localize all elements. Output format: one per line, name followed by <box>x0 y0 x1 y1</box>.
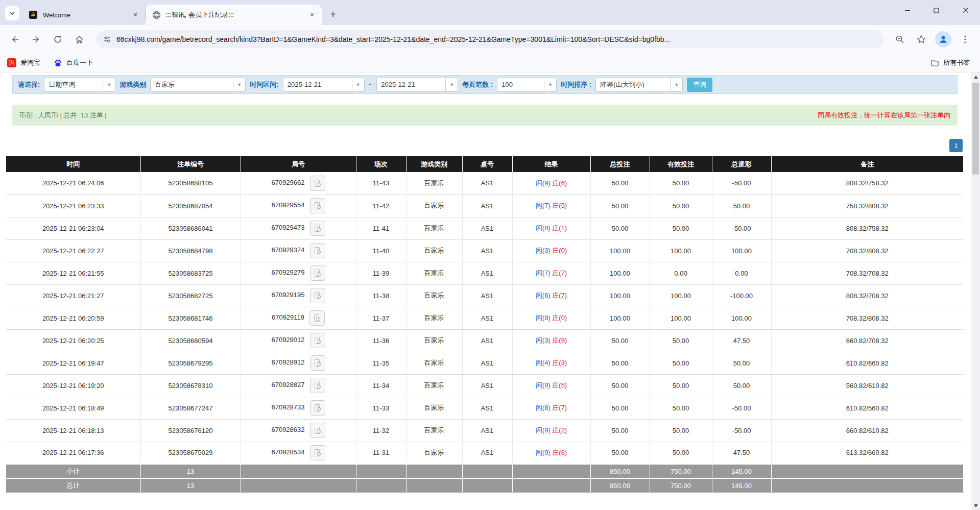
date-end-select[interactable]: 2025-12-21 ▼ <box>376 78 458 92</box>
cell-round-id: 670928632 <box>241 419 356 442</box>
reload-button[interactable] <box>49 31 66 48</box>
bet-records-table: 时间 注单编号 局号 场次 游戏类别 桌号 结果 总投注 有效投注 总派彩 备注… <box>6 156 964 493</box>
video-replay-button[interactable] <box>310 265 325 281</box>
maximize-button[interactable] <box>922 0 951 20</box>
cell-total-bet[interactable]: 50.00 <box>590 329 650 352</box>
browser-menu-button[interactable] <box>957 31 974 48</box>
cell-note: 610.82/660.82 <box>771 352 963 374</box>
cell-total-bet[interactable]: 100.00 <box>590 307 650 329</box>
video-replay-button[interactable] <box>310 423 325 438</box>
query-type-select[interactable]: 日期查询 ▼ <box>44 78 115 92</box>
cell-total-bet[interactable]: 50.00 <box>590 195 650 217</box>
bookmark-baidu[interactable]: 百度一下 <box>54 58 93 67</box>
header-result: 结果 <box>512 156 590 172</box>
date-start-select[interactable]: 2025-12-21 ▼ <box>283 78 365 92</box>
tab-close-icon[interactable]: × <box>307 10 317 19</box>
crest-logo-icon <box>29 10 38 19</box>
video-replay-button[interactable] <box>310 221 325 236</box>
cell-total-bet[interactable]: 100.00 <box>590 239 650 262</box>
search-button[interactable]: 查询 <box>687 78 712 92</box>
forward-button[interactable] <box>28 31 45 48</box>
cell-total-bet[interactable]: 50.00 <box>590 217 650 239</box>
cell-total-bet[interactable]: 100.00 <box>590 284 650 307</box>
currency-summary-text: 币别 : 人民币 | 总共 :13 注单 | <box>19 111 107 120</box>
cell-total-bet[interactable]: 50.00 <box>590 374 650 397</box>
tab-search-button[interactable] <box>5 6 19 20</box>
cell-payout: -50.00 <box>712 217 771 239</box>
page-number-badge[interactable]: 1 <box>949 139 963 152</box>
cell-result: 闲(9) 庄(6) <box>512 172 590 195</box>
bet-record-row: 2025-12-21 06:20:59523058681746670929119… <box>6 307 963 329</box>
tab-betrecord[interactable]: :::视讯, 会员下注纪录::: × <box>146 5 322 25</box>
close-window-button[interactable] <box>951 0 980 20</box>
url-bar[interactable]: 66cxkj98.com/game/betrecord_search/kind3… <box>96 30 884 48</box>
profile-avatar[interactable] <box>935 31 951 47</box>
tab-welcome[interactable]: Welcome × <box>22 5 145 25</box>
cell-game-type: 百家乐 <box>406 419 462 442</box>
bet-record-row: 2025-12-21 06:18:49523058677247670928733… <box>6 397 963 419</box>
cell-total-bet[interactable]: 50.00 <box>590 397 650 419</box>
video-replay-button[interactable] <box>310 400 325 416</box>
cell-bet-id: 523058687054 <box>140 195 241 217</box>
cell-session: 11-34 <box>356 374 406 397</box>
result-player: 闲(9) <box>536 449 551 456</box>
result-player: 闲(3) <box>536 247 551 254</box>
cell-note: 560.82/610.82 <box>771 374 963 397</box>
zoom-button[interactable] <box>891 31 909 48</box>
video-replay-button[interactable] <box>310 378 325 393</box>
page-content: 请选择: 日期查询 ▼ 游戏类别 百家乐 ▼ 时间区间: 2025-12-21 … <box>0 72 980 510</box>
bookmark-label: 百度一下 <box>66 58 93 67</box>
site-settings-icon[interactable] <box>103 35 111 43</box>
cell-table-no: AS1 <box>462 442 512 464</box>
cell-total-bet[interactable]: 50.00 <box>590 352 650 374</box>
round-id-value: 670929662 <box>271 179 304 186</box>
result-player: 闲(7) <box>536 269 551 277</box>
video-replay-button[interactable] <box>310 355 325 371</box>
bookmark-star-button[interactable] <box>913 31 930 48</box>
cell-total-bet[interactable]: 50.00 <box>590 172 650 195</box>
video-replay-button[interactable] <box>310 288 325 303</box>
cell-round-id: 670928733 <box>241 397 356 419</box>
video-replay-button[interactable] <box>310 198 325 213</box>
page-size-select[interactable]: 100 ▼ <box>497 78 557 92</box>
page-scrollbar[interactable] <box>971 72 980 510</box>
person-icon <box>938 34 948 44</box>
video-replay-button[interactable] <box>310 445 325 460</box>
bookmark-taobao[interactable]: 淘 爱淘宝 <box>7 58 40 67</box>
cell-result: 闲(9) 庄(5) <box>512 374 590 397</box>
video-replay-button[interactable] <box>310 243 325 258</box>
new-tab-button[interactable]: + <box>326 7 340 21</box>
cell-total-bet[interactable]: 50.00 <box>590 419 650 442</box>
cell-table-no: AS1 <box>462 239 512 262</box>
close-icon <box>963 7 969 13</box>
back-button[interactable] <box>6 31 23 48</box>
video-replay-button[interactable] <box>309 310 325 326</box>
cell-note: 660.82/610.82 <box>771 419 963 442</box>
scroll-down-arrow[interactable] <box>971 501 980 510</box>
sort-select[interactable]: 降幂(由大到小) ▼ <box>595 78 683 92</box>
cell-total-bet[interactable]: 100.00 <box>590 262 650 284</box>
cell-bet-id: 523058677247 <box>140 397 241 419</box>
table-body: 2025-12-21 06:24:06523058688105670929662… <box>6 172 963 464</box>
cell-game-type: 百家乐 <box>406 217 462 239</box>
game-type-select[interactable]: 百家乐 ▼ <box>150 78 246 92</box>
header-session: 场次 <box>356 156 406 172</box>
cell-bet-id: 523058686041 <box>140 217 241 239</box>
scroll-up-arrow[interactable] <box>971 72 980 81</box>
header-valid-bet: 有效投注 <box>650 156 712 172</box>
video-replay-button[interactable] <box>310 333 325 348</box>
cell-table-no: AS1 <box>462 374 512 397</box>
all-bookmarks-button[interactable]: 所有书签 <box>930 58 970 67</box>
cell-time: 2025-12-21 06:23:04 <box>6 217 140 239</box>
scrollbar-thumb[interactable] <box>972 83 979 175</box>
cell-round-id: 670929554 <box>241 195 356 217</box>
total-count: 13 <box>140 478 241 493</box>
cell-total-bet[interactable]: 50.00 <box>590 442 650 464</box>
result-player: 闲(8) <box>536 314 551 322</box>
cell-game-type: 百家乐 <box>406 397 462 419</box>
tab-close-icon[interactable]: × <box>131 10 140 19</box>
home-button[interactable] <box>70 31 88 48</box>
video-replay-button[interactable] <box>310 176 325 191</box>
minimize-button[interactable] <box>893 0 922 20</box>
result-banker: 庄(7) <box>552 269 567 277</box>
